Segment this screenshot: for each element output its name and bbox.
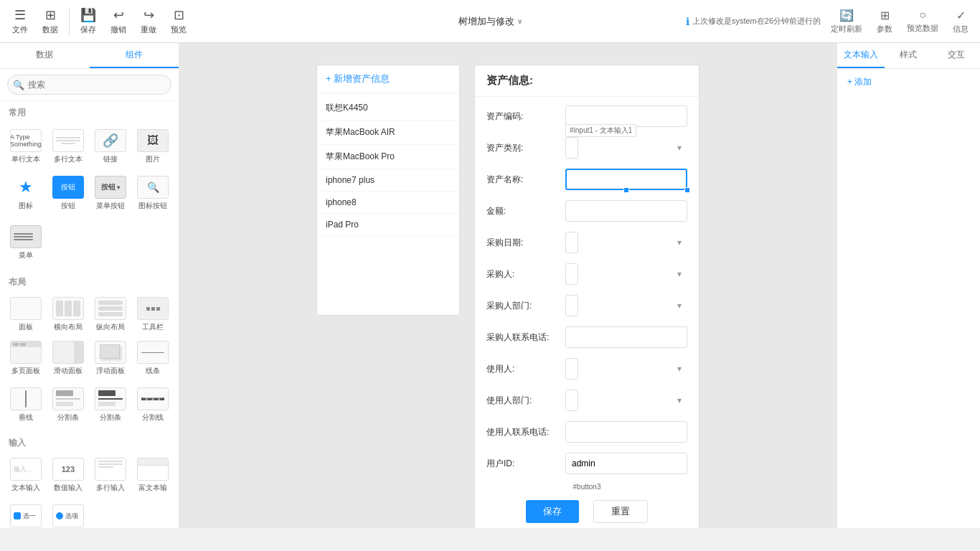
comp-float[interactable]: 浮动面板 xyxy=(91,338,131,379)
comp-divider2[interactable]: 分割条 xyxy=(91,385,131,425)
comp-panel[interactable]: 面板 xyxy=(6,294,45,335)
main-layout: 数据 组件 🔍 常用 A TypeSomething 单行文本 xyxy=(0,43,980,528)
field-user-dept: 使用人部门: ▾ xyxy=(486,390,687,411)
label-asset-code: 资产编码: xyxy=(486,110,565,123)
right-tab-interact[interactable]: 交互 xyxy=(933,43,980,68)
select-purchaser-wrapper: ▾ xyxy=(565,263,687,285)
comp-menu-button[interactable]: 按钮▾ 菜单按钮 xyxy=(91,171,131,215)
resize-handle-corner[interactable] xyxy=(684,187,690,193)
list-item[interactable]: 联想K4450 xyxy=(317,96,459,121)
app-title: 树增加与修改 ∨ xyxy=(458,15,522,28)
form-container: 资产信息: 资产编码: 资产类别: #input1 - 文本输入1 xyxy=(474,65,699,528)
comp-line[interactable]: 线条 xyxy=(133,338,173,379)
label-user-phone: 使用人联系电话: xyxy=(486,426,565,438)
comp-slide[interactable]: 滑动面板 xyxy=(48,338,88,379)
common-section-title: 常用 xyxy=(0,101,179,122)
comp-image[interactable]: 🖼 图片 xyxy=(133,125,173,169)
comp-text-input[interactable]: 输入... 文本输入 xyxy=(6,455,45,496)
select-asset-category[interactable] xyxy=(565,137,578,159)
data-button[interactable]: ⊞ 数据 xyxy=(36,4,65,38)
comp-button[interactable]: 按钮 按钮 xyxy=(48,171,88,215)
comp-radio[interactable]: 选项 选项 xyxy=(48,501,88,528)
label-asset-name: 资产名称: xyxy=(486,174,565,186)
tab-data[interactable]: 数据 xyxy=(0,43,90,68)
select-purchaser[interactable] xyxy=(565,263,578,285)
save-button[interactable]: 💾 保存 xyxy=(74,4,103,38)
comp-menu[interactable]: 菜单 xyxy=(6,221,45,265)
select-asset-category-wrapper: #input1 - 文本输入1 ▾ xyxy=(565,137,687,159)
slide-icon xyxy=(52,341,84,364)
canvas-area: + 新增资产信息 联想K4450 苹果MacBook AIR 苹果MacBook… xyxy=(179,43,837,528)
select-purchase-date[interactable] xyxy=(565,232,578,253)
comp-icon-button[interactable]: 🔍 图标按钮 xyxy=(133,171,173,215)
panel-icon xyxy=(10,297,42,320)
file-button[interactable]: ☰ 文件 xyxy=(6,4,34,38)
comp-multipage[interactable]: 多页面板 xyxy=(6,338,45,379)
left-sidebar: 数据 组件 🔍 常用 A TypeSomething 单行文本 xyxy=(0,43,179,528)
select-user-dept-wrapper: ▾ xyxy=(565,390,687,411)
checkbox-icon: 选一 xyxy=(10,504,42,527)
comp-multi-input[interactable]: 多行输入 xyxy=(91,455,131,496)
comp-num-input[interactable]: 123 数值输入 xyxy=(48,455,88,496)
input-amount[interactable] xyxy=(565,200,687,222)
reset-form-button[interactable]: 重置 xyxy=(593,500,648,523)
comp-h-layout[interactable]: 横向布局 xyxy=(48,294,88,335)
comp-multi-text[interactable]: 多行文本 xyxy=(48,125,88,169)
preview-data-button[interactable]: ○ 预览数据 xyxy=(903,6,943,37)
search-input[interactable] xyxy=(7,75,171,95)
comp-toolbar[interactable]: 工具栏 xyxy=(133,294,173,335)
comp-icon[interactable]: ★ 图标 xyxy=(6,171,45,215)
preview-icon: ⊡ xyxy=(174,7,184,23)
comp-rich-input[interactable]: 富文本输 xyxy=(133,455,173,496)
label-purchase-date: 采购日期: xyxy=(486,237,565,249)
list-item[interactable]: iphone8 xyxy=(317,192,459,214)
field-user-phone: 使用人联系电话: xyxy=(486,421,687,443)
redo-button[interactable]: ↪ 重做 xyxy=(134,4,163,38)
input-user-id[interactable] xyxy=(565,453,687,474)
right-tab-text-input[interactable]: 文本输入 xyxy=(837,43,885,68)
divider1-icon xyxy=(52,387,84,410)
comp-single-text[interactable]: A TypeSomething 单行文本 xyxy=(6,125,45,169)
preview-button[interactable]: ⊡ 预览 xyxy=(164,4,193,38)
save-form-button[interactable]: 保存 xyxy=(526,500,579,523)
right-tabs: 文本输入 样式 交互 xyxy=(837,43,980,69)
form-panel: 资产信息: 资产编码: 资产类别: #input1 - 文本输入1 xyxy=(474,65,699,507)
comp-v-layout[interactable]: 纵向布局 xyxy=(91,294,131,335)
list-item[interactable]: iphone7 plus xyxy=(317,169,459,192)
list-item[interactable]: iPad Pro xyxy=(317,214,459,236)
select-user[interactable] xyxy=(565,358,578,380)
input-user-phone[interactable] xyxy=(565,421,687,443)
info-icon: ℹ xyxy=(686,16,689,27)
list-item[interactable]: 苹果MacBook Pro xyxy=(317,145,459,169)
comp-vline[interactable]: 垂线 xyxy=(6,385,45,425)
right-add-button[interactable]: + 添加 xyxy=(837,69,980,95)
layout-dividers-grid: 垂线 分割条 分割条 xyxy=(0,382,179,428)
select-purchaser-dept[interactable] xyxy=(565,295,578,316)
comp-divider3[interactable]: 分割线 xyxy=(133,385,173,425)
label-user-id: 用户ID: xyxy=(486,458,565,470)
select-user-dept[interactable] xyxy=(565,390,578,411)
icon-button-icon: 🔍 xyxy=(137,176,169,199)
params-button[interactable]: ⊞ 参数 xyxy=(872,6,897,37)
comp-link[interactable]: 🔗 链接 xyxy=(91,125,131,169)
right-tab-style[interactable]: 样式 xyxy=(885,43,932,68)
link-icon: 🔗 xyxy=(95,129,126,152)
tab-component[interactable]: 组件 xyxy=(90,43,179,68)
input-purchaser-phone[interactable] xyxy=(565,326,687,348)
list-panel-header[interactable]: + 新增资产信息 xyxy=(317,65,459,93)
select-arrow-icon4: ▾ xyxy=(677,301,682,311)
resize-handle-bottom[interactable] xyxy=(623,187,629,193)
form-buttons-area: #button3 保存 重置 xyxy=(475,493,699,528)
comp-checkbox[interactable]: 选一 选一 xyxy=(6,501,45,528)
title-arrow[interactable]: ∨ xyxy=(517,17,522,25)
list-item[interactable]: 苹果MacBook AIR xyxy=(317,121,459,145)
select-arrow-icon: ▾ xyxy=(677,143,682,153)
refresh-button[interactable]: 🔄 定时刷新 xyxy=(826,6,867,37)
field-asset-category: 资产类别: #input1 - 文本输入1 ▾ xyxy=(486,137,687,159)
float-icon xyxy=(95,341,126,364)
undo-button[interactable]: ↩ 撤销 xyxy=(104,4,133,38)
info-button[interactable]: ✓ 信息 xyxy=(948,6,973,37)
field-user-id: 用户ID: xyxy=(486,453,687,474)
comp-divider1[interactable]: 分割条 xyxy=(48,385,88,425)
menu-icon xyxy=(10,225,42,248)
